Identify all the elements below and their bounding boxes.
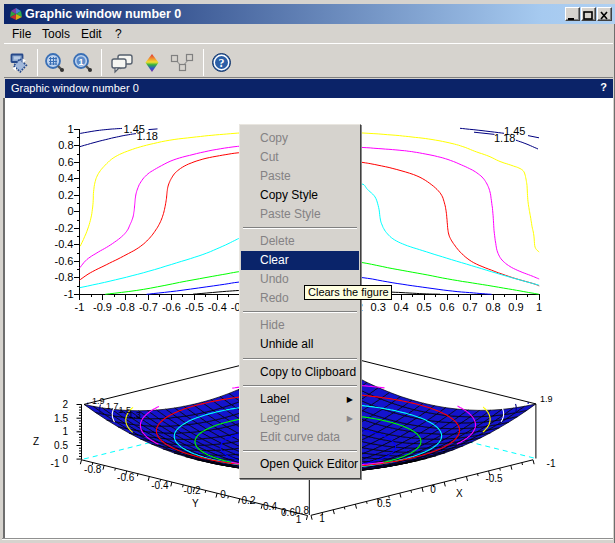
svg-text:-0.5: -0.5 [485, 473, 503, 484]
svg-text:1.3: 1.3 [129, 410, 142, 420]
svg-text:0.4: 0.4 [393, 301, 408, 313]
svg-text:?: ? [219, 56, 225, 70]
svg-text:-0.8: -0.8 [116, 301, 135, 313]
svg-text:-0.8: -0.8 [84, 464, 102, 475]
svg-text:-1: -1 [547, 458, 556, 469]
svg-text:0: 0 [67, 205, 73, 217]
svg-text:-1: -1 [64, 288, 74, 300]
svg-text:1: 1 [296, 514, 302, 525]
svg-text:0.8: 0.8 [58, 139, 73, 151]
svg-text:0.2: 0.2 [242, 495, 256, 506]
svg-text:0.6: 0.6 [58, 156, 73, 168]
svg-text:0: 0 [220, 489, 226, 500]
svg-text:0.4: 0.4 [263, 501, 277, 512]
svg-text:0.4: 0.4 [58, 172, 73, 184]
svg-text:-0.6: -0.6 [55, 255, 74, 267]
svg-text:-0.4: -0.4 [208, 301, 227, 313]
svg-text:0.5: 0.5 [54, 440, 68, 451]
svg-text:-0.2: -0.2 [55, 222, 74, 234]
svg-text:-0.8: -0.8 [55, 271, 74, 283]
svg-text:0.6: 0.6 [281, 507, 295, 518]
svg-text:-1: -1 [51, 458, 60, 469]
svg-text:1.18: 1.18 [137, 130, 158, 142]
svg-text:0.5: 0.5 [377, 498, 391, 509]
svg-text:-0.6: -0.6 [162, 301, 181, 313]
svg-text:1.5: 1.5 [54, 413, 68, 424]
svg-text:1: 1 [319, 513, 325, 524]
svg-text:1: 1 [78, 57, 83, 67]
svg-text:0: 0 [430, 484, 436, 495]
svg-text:-0.4: -0.4 [151, 480, 169, 491]
svg-text:0: 0 [62, 454, 68, 465]
svg-text:1: 1 [62, 426, 68, 437]
svg-text:X: X [456, 488, 463, 499]
svg-text:-1: -1 [75, 301, 85, 313]
svg-text:0.6: 0.6 [439, 301, 454, 313]
svg-text:0.8: 0.8 [485, 301, 500, 313]
svg-text:0.7: 0.7 [462, 301, 477, 313]
svg-text:-0.4: -0.4 [55, 238, 74, 250]
svg-text:0.2: 0.2 [58, 189, 73, 201]
svg-text:2: 2 [62, 399, 68, 410]
svg-text:Z: Z [33, 436, 39, 447]
svg-text:1.9: 1.9 [92, 396, 105, 406]
svg-text:1: 1 [536, 301, 542, 313]
svg-text:-0.9: -0.9 [93, 301, 112, 313]
svg-text:-0.5: -0.5 [185, 301, 204, 313]
svg-text:-0.6: -0.6 [117, 472, 135, 483]
svg-text:1.9: 1.9 [540, 394, 553, 404]
svg-text:0.5: 0.5 [416, 301, 431, 313]
svg-text:1.7: 1.7 [106, 401, 119, 411]
svg-text:Y: Y [192, 498, 199, 509]
svg-text:-0.2: -0.2 [183, 485, 201, 496]
svg-text:1.18: 1.18 [494, 132, 515, 144]
svg-text:0.3: 0.3 [371, 301, 386, 313]
svg-text:1: 1 [67, 123, 73, 135]
svg-text:-0.7: -0.7 [139, 301, 158, 313]
svg-text:0.9: 0.9 [508, 301, 523, 313]
